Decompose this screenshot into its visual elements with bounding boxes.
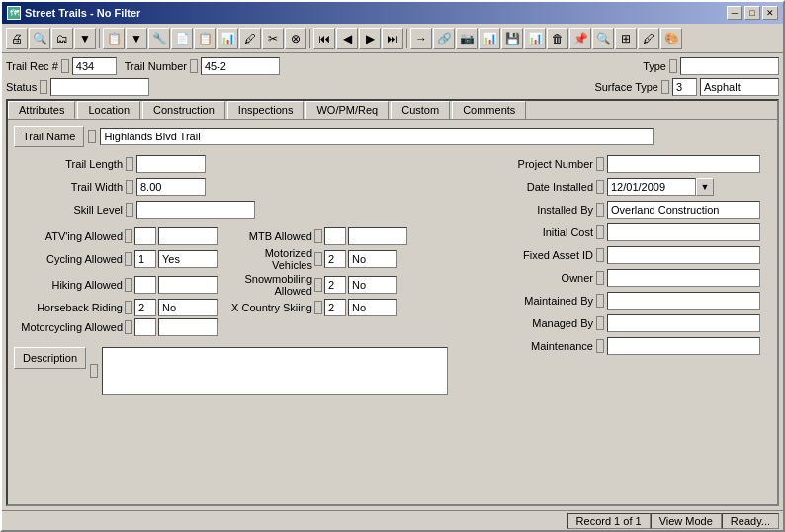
clipboard-button[interactable]: 📋 — [103, 28, 125, 49]
xcski-value-input[interactable] — [348, 299, 397, 316]
snowmobile-group: Snowmobiling Allowed — [223, 273, 397, 297]
trail-length-input[interactable] — [136, 155, 206, 173]
initial-cost-input[interactable] — [607, 223, 760, 241]
clipboard-dropdown-button[interactable]: ▼ — [126, 28, 147, 49]
arrow-button[interactable]: → — [410, 28, 432, 49]
project-number-indicator — [596, 157, 604, 171]
xcski-indicator — [314, 301, 322, 314]
tab-custom[interactable]: Custom — [391, 101, 450, 119]
managed-by-row: Managed By — [494, 314, 771, 332]
hiking-value-input[interactable] — [158, 276, 218, 294]
tab-comments[interactable]: Comments — [452, 101, 526, 119]
skill-level-input[interactable] — [136, 201, 255, 219]
content-area: Trail Rec # Trail Number Type Status — [2, 53, 783, 510]
date-dropdown-button[interactable]: ▼ — [696, 178, 714, 196]
fixed-asset-id-input[interactable] — [607, 246, 760, 264]
date-installed-input[interactable] — [607, 178, 696, 196]
motorized-value-input[interactable] — [348, 250, 397, 268]
motorized-num-input[interactable] — [324, 250, 346, 268]
title-bar: 🗺 Street Trails - No Filter ─ □ ✕ — [2, 2, 783, 24]
search-button[interactable]: 🔍 — [29, 28, 50, 49]
motorcycling-num-input[interactable] — [134, 318, 156, 336]
color-button[interactable]: 🎨 — [660, 28, 682, 49]
tab-attributes[interactable]: Attributes — [8, 101, 75, 119]
installed-by-input[interactable] — [607, 201, 760, 219]
report-button[interactable]: 📊 — [524, 28, 546, 49]
minimize-button[interactable]: ─ — [727, 6, 742, 20]
managed-by-indicator — [596, 316, 604, 330]
owner-input[interactable] — [607, 269, 760, 287]
search2-button[interactable]: 🔍 — [592, 28, 614, 49]
first-button[interactable]: ⏮ — [313, 28, 335, 49]
horseback-group: Horseback Riding — [14, 299, 218, 316]
separator-2 — [309, 29, 310, 48]
atving-value-input[interactable] — [158, 227, 218, 245]
view-mode-status: View Mode — [651, 513, 722, 529]
horseback-value-input[interactable] — [158, 299, 218, 316]
trail-number-input[interactable] — [201, 57, 280, 75]
maintained-by-input[interactable] — [607, 292, 760, 310]
horseback-num-input[interactable] — [134, 299, 156, 316]
tab-wo-pm-req[interactable]: WO/PM/Req — [305, 101, 389, 119]
mtb-value-input[interactable] — [348, 227, 407, 245]
status-group: Status — [6, 78, 149, 96]
cycling-label: Cycling Allowed — [14, 253, 123, 265]
snowmobile-num-input[interactable] — [324, 276, 346, 294]
tools-button[interactable]: 🔧 — [148, 28, 170, 49]
xcski-num-input[interactable] — [324, 299, 346, 316]
link-button[interactable]: 🔗 — [433, 28, 455, 49]
pin-button[interactable]: 📌 — [569, 28, 591, 49]
description-textarea[interactable] — [102, 347, 448, 395]
cycling-value-input[interactable] — [158, 250, 218, 268]
description-indicator — [90, 364, 98, 378]
last-button[interactable]: ⏭ — [382, 28, 403, 49]
motorcycling-value-input[interactable] — [158, 318, 218, 336]
surface-type-num-input[interactable] — [672, 78, 697, 96]
tab-location[interactable]: Location — [77, 101, 140, 119]
trail-number-group: Trail Number — [125, 57, 280, 75]
maximize-button[interactable]: □ — [744, 6, 760, 20]
ready-status: Ready... — [722, 513, 779, 529]
cancel-button[interactable]: ⊗ — [285, 28, 306, 49]
owner-row: Owner — [494, 269, 771, 287]
status-input[interactable] — [50, 78, 149, 96]
project-number-row: Project Number — [494, 155, 771, 173]
surface-type-value-input[interactable] — [700, 78, 779, 96]
edit-button[interactable]: 🖊 — [239, 28, 261, 49]
tab-inspections[interactable]: Inspections — [227, 101, 305, 119]
trail-name-input[interactable] — [100, 128, 654, 145]
cycling-num-input[interactable] — [134, 250, 156, 268]
chart2-button[interactable]: 📊 — [479, 28, 500, 49]
project-number-input[interactable] — [607, 155, 760, 173]
date-installed-indicator — [596, 180, 604, 194]
next-button[interactable]: ▶ — [359, 28, 381, 49]
copy-button[interactable]: 📋 — [194, 28, 216, 49]
hiking-indicator — [125, 278, 132, 292]
print-button[interactable]: 🖨 — [6, 28, 28, 49]
tab-construction[interactable]: Construction — [142, 101, 225, 119]
motorized-label: Motorized Vehicles — [223, 247, 312, 271]
snowmobile-value-input[interactable] — [348, 276, 397, 294]
trail-width-input[interactable] — [136, 178, 206, 196]
delete-button[interactable]: 🗑 — [547, 28, 568, 49]
prev-button[interactable]: ◀ — [336, 28, 358, 49]
type-input[interactable] — [680, 57, 779, 75]
pen-button[interactable]: 🖊 — [638, 28, 659, 49]
grid-button[interactable]: ⊞ — [615, 28, 637, 49]
mtb-num-input[interactable] — [324, 227, 346, 245]
close-button[interactable]: ✕ — [762, 6, 778, 20]
save-button[interactable]: 💾 — [501, 28, 523, 49]
folder-button[interactable]: 🗂 — [51, 28, 73, 49]
atving-num-input[interactable] — [134, 227, 156, 245]
maintenance-input[interactable] — [607, 337, 760, 355]
managed-by-input[interactable] — [607, 314, 760, 332]
cut-button[interactable]: ✂ — [262, 28, 284, 49]
camera-button[interactable]: 📷 — [456, 28, 478, 49]
new-button[interactable]: 📄 — [171, 28, 193, 49]
hiking-num-input[interactable] — [134, 276, 156, 294]
trail-rec-input[interactable] — [72, 57, 117, 75]
description-button[interactable]: Description — [14, 347, 86, 369]
trail-name-button[interactable]: Trail Name — [14, 126, 84, 147]
filter-dropdown-button[interactable]: ▼ — [74, 28, 96, 49]
chart-button[interactable]: 📊 — [217, 28, 238, 49]
